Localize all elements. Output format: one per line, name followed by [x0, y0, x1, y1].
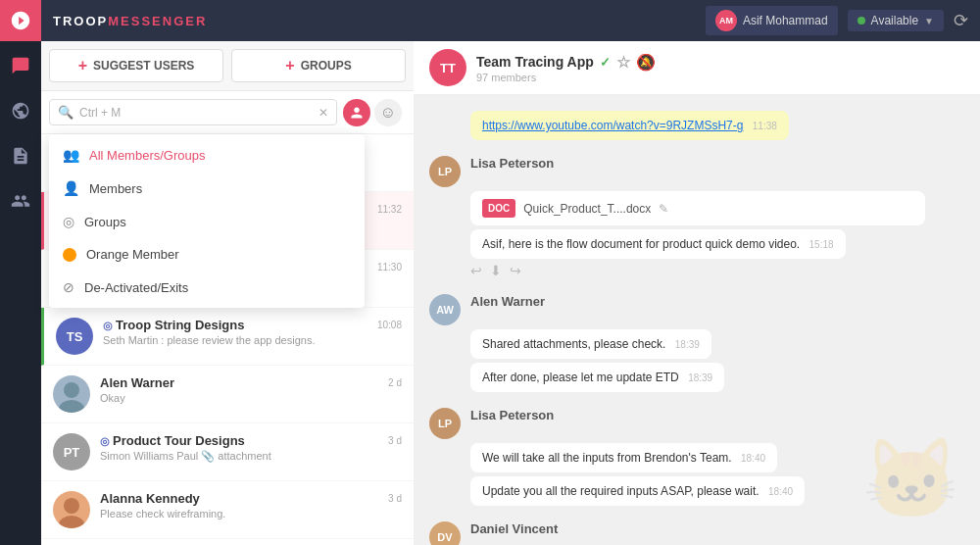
message-group-daniel: DV Daniel Vincent ok, is this happening … [429, 521, 964, 545]
chat-item-simon[interactable]: Simon Williams Paul 5 d ✓✓ Waiting for y… [41, 539, 414, 545]
search-action-buttons: ☺ [343, 99, 402, 126]
chat-list-panel: + SUGGEST USERS + GROUPS 🔍 ✕ ☺ [41, 41, 414, 545]
status-dot [858, 17, 865, 25]
lisa-sender-row: LP Lisa Peterson [429, 156, 964, 187]
avatar-troop-string: TS [56, 318, 93, 355]
lisa2-message-2: Update you all the required inputs ASAP,… [470, 476, 805, 506]
alen-time-2: 18:39 [688, 372, 712, 383]
dropdown-item-groups[interactable]: ◎ Groups [49, 205, 365, 238]
search-close-icon[interactable]: ✕ [318, 106, 328, 120]
sidebar-item-file[interactable] [0, 135, 41, 176]
orange-dot [63, 248, 76, 262]
lisa2-time-2: 18:40 [768, 486, 793, 497]
sidebar-item-globe[interactable] [0, 90, 41, 131]
sidebar [0, 0, 41, 545]
chat-item-alanna[interactable]: Alanna Kennedy 3 d Please check wirefram… [41, 481, 414, 539]
status-label: Available [871, 14, 918, 27]
search-input-wrapper: 🔍 ✕ [49, 99, 337, 125]
plus-icon: + [78, 57, 87, 74]
chat-time-alanna: 3 d [388, 493, 402, 504]
groups-icon: ◎ [63, 214, 74, 229]
action-buttons-row: + SUGGEST USERS + GROUPS [41, 41, 414, 91]
link-message-bubble: https://www.youtube.com/watch?v=9RJZMSsH… [470, 111, 964, 140]
chat-item-alen[interactable]: Alen Warner 2 d Okay [41, 366, 414, 423]
chat-members-count: 97 members [476, 72, 964, 83]
avatar-alanna [53, 491, 90, 528]
chat-item-product-tour[interactable]: PT ◎Product Tour Designs 3 d Simon Willi… [41, 423, 414, 481]
svg-point-4 [64, 382, 79, 398]
alen-text-1: Shared attachments, please check. [482, 337, 665, 351]
lisa2-text-1: We will take all the inputs from Brendon… [482, 451, 732, 465]
search-area: 🔍 ✕ ☺ 👥 All Members/Groups 👤 Members [41, 91, 414, 134]
lisa2-avatar: LP [429, 408, 461, 439]
members-icon: 👤 [63, 180, 79, 196]
alen-time-1: 18:39 [675, 339, 700, 350]
daniel-sender-row: DV Daniel Vincent [429, 521, 964, 545]
file-bubble: DOC Quick_Product_T....docx ✎ [470, 191, 925, 225]
deactivated-icon: ⊘ [63, 279, 74, 295]
download-icon[interactable]: ⬇ [490, 263, 502, 278]
user-badge[interactable]: AM Asif Mohammad [706, 6, 838, 35]
reply-icon[interactable]: ↩ [470, 263, 482, 278]
lisa-message-time: 15:18 [809, 239, 834, 250]
forward-icon[interactable]: ↪ [510, 263, 521, 278]
chat-info-alen: Alen Warner 2 d Okay [100, 375, 402, 404]
chat-time-alen: 2 d [388, 377, 402, 388]
filter-users-button[interactable] [343, 99, 370, 126]
lisa-sender-name: Lisa Peterson [470, 156, 554, 171]
alen-message-2: After done, please let me update ETD 18:… [470, 363, 724, 392]
messages-area: 🐱 https://www.youtube.com/watch?v=9RJZMS… [414, 95, 980, 545]
search-input[interactable] [79, 106, 313, 120]
dropdown-orange-label: Orange Member [86, 247, 179, 262]
search-magnifier-icon: 🔍 [58, 105, 74, 120]
dropdown-item-deactivated[interactable]: ⊘ De-Activated/Exits [49, 271, 365, 304]
alen-text-2: After done, please let me update ETD [482, 371, 679, 384]
chat-name-product-tour: ◎Product Tour Designs [100, 433, 245, 448]
chat-info-alanna: Alanna Kennedy 3 d Please check wirefram… [100, 491, 402, 520]
lisa2-message-1: We will take all the inputs from Brendon… [470, 443, 777, 472]
star-icon[interactable]: ☆ [616, 53, 630, 72]
topbar: TROOPMESSENGER AM Asif Mohammad Availabl… [41, 0, 980, 41]
sidebar-item-people[interactable] [0, 180, 41, 222]
mute-icon[interactable]: 🔕 [636, 53, 656, 72]
dropdown-deactivated-label: De-Activated/Exits [84, 280, 188, 295]
logo [0, 0, 41, 41]
suggest-users-button[interactable]: + SUGGEST USERS [49, 49, 223, 82]
avatar-product-tour: PT [53, 433, 90, 471]
lisa2-sender-row: LP Lisa Peterson [429, 408, 964, 439]
status-badge[interactable]: Available ▼ [848, 10, 944, 31]
groups-label: GROUPS [301, 59, 352, 73]
chat-time-team-tracing: 11:32 [377, 204, 402, 215]
chat-time-troop-string: 10:08 [377, 320, 402, 330]
lisa2-sender-name: Lisa Peterson [470, 408, 554, 422]
link-time: 11:38 [753, 121, 777, 131]
chat-name-troop-string: ◎Troop String Designs [103, 318, 244, 332]
troop-logo: TROOPMESSENGER [53, 14, 207, 28]
alen-sender-row: AW Alen Warner [429, 294, 964, 325]
chat-time-product-tour: 3 d [388, 435, 402, 446]
groups-button[interactable]: + GROUPS [231, 49, 406, 82]
alen-sender-name: Alen Warner [470, 294, 545, 309]
sidebar-item-chat[interactable] [0, 45, 41, 86]
message-actions-lisa: ↩ ⬇ ↪ [470, 263, 964, 278]
lisa2-time-1: 18:40 [741, 453, 765, 464]
dropdown-item-orange[interactable]: Orange Member [49, 238, 365, 271]
chat-panel-avatar: TT [429, 49, 466, 86]
alen-avatar: AW [429, 294, 461, 325]
dropdown-groups-label: Groups [84, 215, 126, 229]
dropdown-all-label: All Members/Groups [89, 148, 205, 163]
chat-item-troop-string[interactable]: TS ◎Troop String Designs 10:08 Seth Mart… [41, 308, 414, 366]
dropdown-item-members[interactable]: 👤 Members [49, 172, 365, 205]
emoji-button[interactable]: ☺ [374, 99, 402, 126]
file-edit-icon[interactable]: ✎ [659, 202, 668, 216]
daniel-sender-name: Daniel Vincent [470, 521, 558, 536]
chat-name-alen: Alen Warner [100, 375, 174, 390]
message-group-link: https://www.youtube.com/watch?v=9RJZMSsH… [429, 111, 964, 140]
main-panel: TROOPMESSENGER AM Asif Mohammad Availabl… [41, 0, 980, 545]
file-name: Quick_Product_T....docx [523, 202, 651, 216]
youtube-link[interactable]: https://www.youtube.com/watch?v=9RJZMSsH… [482, 119, 743, 132]
dropdown-item-all[interactable]: 👥 All Members/Groups [49, 138, 365, 172]
svg-point-6 [64, 498, 79, 514]
chat-panel-name: Team Tracing App ✓ ☆ 🔕 [476, 53, 964, 72]
lisa2-text-2: Update you all the required inputs ASAP,… [482, 484, 760, 498]
